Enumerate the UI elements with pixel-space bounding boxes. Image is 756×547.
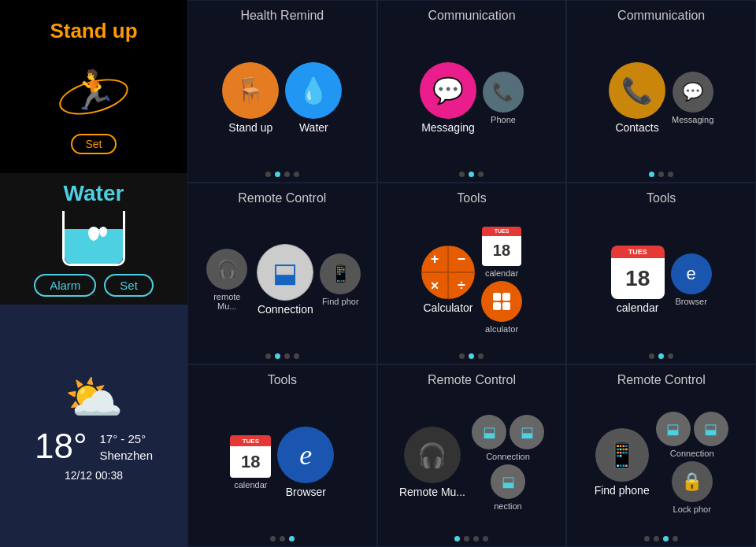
phone-app[interactable]: 📞 Phone: [483, 72, 524, 124]
alarm-button[interactable]: Alarm: [34, 274, 96, 297]
calendar-app-label: calendar: [617, 301, 659, 314]
card-tools-calendar: Tools TUES 18 calendar e Browser: [566, 183, 756, 365]
remote-mu-side-icon: 🎧: [206, 249, 247, 290]
dot-4: [673, 536, 678, 541]
icalc-icon: [481, 281, 522, 322]
water-set-button[interactable]: Set: [104, 274, 154, 297]
card-communication-contacts: Communication 📞 Contacts 💬 Messaging: [566, 0, 756, 183]
nection-side-icon: ⬓: [491, 464, 525, 499]
remote2-icons-row: 🎧 Remote Mu... ⬓ ⬓ Connection ⬓ nection: [386, 394, 558, 531]
standup-title: Stand up: [50, 19, 137, 43]
browser-side-icon: e: [671, 253, 712, 294]
messaging-app-icon: 💬: [420, 62, 476, 119]
connection-side2[interactable]: ⬓ ⬓ Connection: [656, 412, 728, 458]
svg-rect-2: [493, 302, 501, 310]
findphone-app-icon: 📱: [595, 428, 649, 482]
connection-side-icon: ⬓ ⬓: [472, 415, 544, 449]
remote-mu-app-label: Remote Mu...: [399, 486, 465, 498]
browser-side[interactable]: e Browser: [671, 253, 712, 306]
card-remote-connection: Remote Control 🎧 remote Mu... ⬓ Connecti…: [187, 183, 377, 365]
messaging-side-app[interactable]: 💬 Messaging: [672, 72, 713, 124]
calendar-side2-label: calendar: [234, 480, 267, 490]
conn-bt4: ⬓: [694, 412, 728, 446]
remote-mu-app[interactable]: 🎧 Remote Mu...: [399, 427, 465, 498]
comm2-icons-row: 📞 Contacts 💬 Messaging: [575, 29, 747, 167]
standup-app-icon: 🪑: [222, 62, 279, 119]
dot-2: [275, 353, 280, 359]
messaging-app-label: Messaging: [421, 121, 475, 134]
nection-side[interactable]: ⬓ nection: [491, 464, 525, 511]
card-remote-findphone: Remote Control 📱 Find phone ⬓ ⬓ Connecti…: [566, 364, 756, 547]
calculator-app[interactable]: + − × ÷ Calculator: [421, 246, 475, 314]
findphone-app-label: Find phone: [595, 484, 650, 497]
dot-3: [668, 172, 673, 177]
connection-app[interactable]: ⬓ Connection: [257, 244, 313, 316]
weather-section: ⛅ 18° 17° - 25° Shenzhen 12/12 00:38: [0, 305, 187, 547]
calendar-side-label: calendar: [485, 268, 518, 278]
calculator-app-label: Calculator: [423, 301, 472, 314]
icalculator-label: aIculator: [485, 324, 518, 334]
cal-top: TUES: [611, 246, 665, 258]
water-buttons: Alarm Set: [34, 274, 154, 297]
dot-1: [265, 172, 271, 177]
contacts-app-label: Contacts: [615, 121, 658, 134]
dot-1: [649, 353, 654, 359]
tools3-icons-row: TUES 18 calendar e Browser: [196, 394, 369, 531]
svg-rect-0: [493, 293, 501, 301]
card-category-remote2: Remote Control: [428, 373, 516, 387]
remote-mu-app-icon: 🎧: [404, 427, 461, 483]
weather-datetime: 12/12 00:38: [65, 469, 123, 482]
standup-set-badge[interactable]: Set: [71, 134, 116, 154]
dot-2: [658, 172, 664, 177]
browser-app-icon: e: [277, 427, 334, 483]
connection-side2-label: Connection: [670, 449, 714, 458]
remote1-icons-row: 🎧 remote Mu... ⬓ Connection 📱 Find phor: [196, 212, 369, 349]
standup-app[interactable]: 🪑 Stand up: [222, 62, 279, 134]
browser-app[interactable]: e Browser: [277, 427, 334, 498]
remote-mu-side[interactable]: 🎧 remote Mu...: [203, 249, 250, 311]
dot-4: [294, 353, 299, 359]
messaging-app[interactable]: 💬 Messaging: [420, 62, 476, 134]
card-category-remote1: Remote Control: [238, 191, 326, 205]
calendar-side2[interactable]: TUES 18 calendar: [230, 435, 271, 490]
dot-3: [478, 172, 484, 177]
card-category-comm1: Communication: [428, 9, 515, 23]
dot-3: [289, 536, 295, 541]
tools2-icons-row: TUES 18 calendar e Browser: [575, 212, 747, 349]
connection-side[interactable]: ⬓ ⬓ Connection: [472, 415, 544, 461]
cal-body-sm: 18: [482, 236, 521, 266]
right-panel: Health Remind 🪑 Stand up 💧 Water Communi…: [187, 0, 756, 547]
conn-bt3: ⬓: [656, 412, 691, 446]
card-remote-mu: Remote Control 🎧 Remote Mu... ⬓ ⬓ Connec…: [377, 364, 567, 547]
standup-app-label: Stand up: [228, 121, 272, 134]
weather-info: 18° 17° - 25° Shenzhen: [35, 427, 153, 466]
calendar-app[interactable]: TUES 18 calendar: [611, 246, 665, 314]
calendar-side[interactable]: TUES 18 calendar: [482, 227, 521, 278]
dot-1: [459, 172, 465, 177]
tools1-icons-row: + − × ÷ Calculator TUES 18 calendar: [386, 212, 558, 349]
cal-top-sm: TUES: [482, 227, 521, 236]
contacts-app[interactable]: 📞 Contacts: [609, 62, 665, 134]
tools2-dots: [649, 353, 673, 359]
browser-side-label: Browser: [675, 297, 706, 306]
water-app-label: Water: [299, 121, 328, 134]
remote2-dots: [454, 536, 488, 541]
dot-1: [270, 536, 276, 541]
water-app-icon: 💧: [285, 62, 342, 119]
calc-minus: −: [448, 246, 475, 272]
lockphone-side[interactable]: 🔒 Lock phor: [672, 461, 713, 514]
findphone-app[interactable]: 📱 Find phone: [595, 428, 650, 497]
water-section: Water Alarm Set: [0, 173, 187, 305]
card-tools-calculator: Tools + − × ÷ Calculator TUES 18 calenda…: [377, 183, 567, 365]
dot-2: [654, 536, 659, 541]
card-communication-messaging: Communication 💬 Messaging 📞 Phone: [377, 0, 567, 183]
cal-top2: TUES: [230, 435, 271, 446]
dot-2: [469, 353, 474, 359]
tools1-dots: [459, 353, 484, 359]
icalculator-side[interactable]: aIculator: [481, 281, 522, 334]
findphone-side[interactable]: 📱 Find phor: [320, 253, 361, 306]
card-category-health: Health Remind: [240, 9, 324, 23]
comm1-icons-row: 💬 Messaging 📞 Phone: [386, 29, 558, 167]
nection-side-label: nection: [494, 501, 521, 511]
water-app[interactable]: 💧 Water: [285, 62, 342, 134]
